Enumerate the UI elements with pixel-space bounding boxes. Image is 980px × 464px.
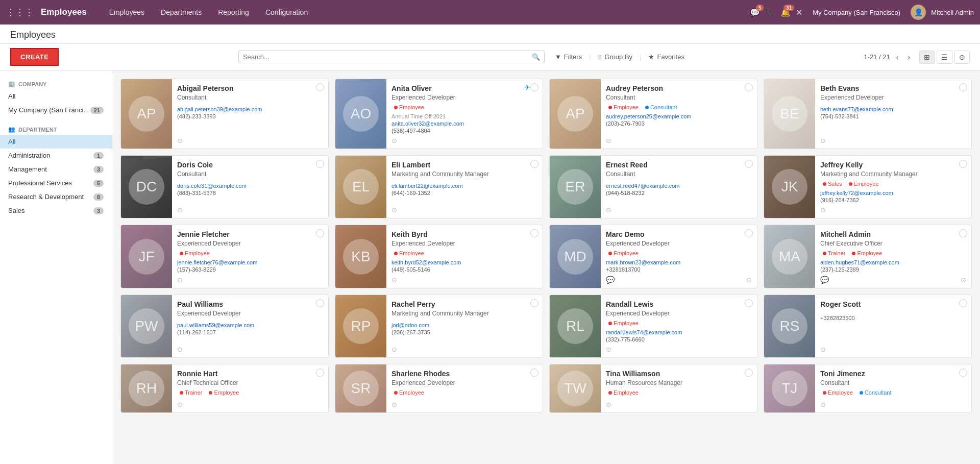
employee-card[interactable]: DC Doris Cole Consultant doris.cole31@ex… (120, 155, 329, 218)
create-button[interactable]: CREATE (10, 48, 59, 66)
prev-page-button[interactable]: ‹ (893, 52, 902, 62)
sidebar-dept-all[interactable]: All (0, 135, 112, 149)
employee-card[interactable]: TW Tina Williamson Human Resources Manag… (549, 364, 757, 413)
card-select-checkbox[interactable] (530, 83, 538, 91)
employee-tags: Trainer Employee (177, 389, 323, 396)
activity-circle[interactable]: ⊙ (746, 276, 752, 284)
employee-card[interactable]: MA Mitchell Admin Chief Executive Office… (764, 225, 972, 288)
activity-circle[interactable]: ⊙ (606, 137, 611, 144)
card-select-checkbox[interactable] (959, 229, 967, 237)
activity-icon[interactable]: 🔔31 (780, 8, 791, 17)
close-icon[interactable]: ✕ (796, 8, 802, 17)
sidebar-dept-sales[interactable]: Sales 3 (0, 204, 112, 217)
activity-circle[interactable]: ⊙ (606, 401, 611, 408)
employee-card[interactable]: EL Eli Lambert Marketing and Community M… (335, 155, 543, 218)
nav-configuration[interactable]: Configuration (257, 0, 316, 25)
employee-name: Jeffrey Kelly (820, 161, 966, 169)
sidebar-dept-management[interactable]: Management 3 (0, 162, 112, 176)
card-select-checkbox[interactable] (959, 83, 967, 91)
activity-circle[interactable]: ⊙ (391, 346, 397, 353)
card-select-checkbox[interactable] (530, 299, 538, 307)
employee-card[interactable]: KB Keith Byrd Experienced Developer Empl… (335, 225, 543, 288)
employee-card[interactable]: AP Audrey Peterson Consultant Employee C… (549, 79, 757, 149)
activity-circle[interactable]: ⊙ (177, 346, 183, 353)
filters-button[interactable]: ▼ Filters (555, 53, 582, 61)
employee-card[interactable]: RP Rachel Perry Marketing and Community … (335, 295, 543, 358)
sidebar-dept-administration[interactable]: Administration 1 (0, 149, 112, 162)
card-footer: ⊙ (177, 274, 323, 284)
card-select-checkbox[interactable] (316, 229, 324, 237)
card-select-checkbox[interactable] (745, 299, 753, 307)
employee-card[interactable]: JF Jennie Fletcher Experienced Developer… (120, 225, 329, 288)
card-select-checkbox[interactable] (530, 160, 538, 168)
activity-circle[interactable]: ⊙ (820, 346, 826, 353)
employee-card[interactable]: RH Ronnie Hart Chief Technical Officer T… (120, 364, 329, 413)
activity-view-button[interactable]: ⊙ (954, 51, 970, 64)
message-icon[interactable]: 💬 (820, 276, 829, 284)
activity-circle[interactable]: ⊙ (961, 276, 966, 284)
sidebar-company-mycompany[interactable]: My Company (San Franci... 21 (0, 103, 112, 117)
search-bar[interactable]: 🔍 (238, 51, 545, 63)
activity-circle[interactable]: ⊙ (391, 401, 397, 408)
employee-card[interactable]: TJ Toni Jimenez Consultant Employee Cons… (764, 364, 972, 413)
activity-circle[interactable]: ⊙ (177, 401, 183, 408)
activity-circle[interactable]: ⊙ (820, 137, 826, 144)
card-body: Mitchell Admin Chief Executive Officer T… (815, 225, 971, 288)
card-select-checkbox[interactable] (530, 369, 538, 377)
card-select-checkbox[interactable] (745, 229, 753, 237)
nav-employees[interactable]: Employees (101, 0, 153, 25)
activity-circle[interactable]: ⊙ (391, 206, 397, 214)
card-select-checkbox[interactable] (745, 83, 753, 91)
employee-card[interactable]: SR Sharlene Rhodes Experienced Developer… (335, 364, 543, 413)
nav-departments[interactable]: Departments (153, 0, 210, 25)
sidebar-dept-research[interactable]: Research & Development 8 (0, 190, 112, 204)
card-select-checkbox[interactable] (316, 369, 324, 377)
activity-circle[interactable]: ⊙ (177, 137, 183, 144)
chat-icon[interactable]: 💬5 (750, 8, 760, 17)
search-input[interactable] (243, 53, 532, 61)
activity-circle[interactable]: ⊙ (820, 401, 826, 408)
activity-circle[interactable]: ⊙ (177, 206, 183, 214)
employee-card[interactable]: RL Randall Lewis Experienced Developer E… (549, 295, 757, 358)
travel-icon: ✈ (524, 83, 530, 91)
tag-dot (394, 391, 398, 395)
groupby-button[interactable]: ≡ Group By (598, 53, 633, 61)
favorites-button[interactable]: ★ Favorites (648, 53, 684, 61)
card-select-checkbox[interactable] (959, 369, 967, 377)
sidebar-dept-professional-services[interactable]: Professional Services 5 (0, 176, 112, 190)
card-select-checkbox[interactable] (316, 299, 324, 307)
card-select-checkbox[interactable] (316, 83, 324, 91)
card-select-checkbox[interactable] (530, 229, 538, 237)
nav-reporting[interactable]: Reporting (210, 0, 257, 25)
activity-circle[interactable]: ⊙ (177, 276, 183, 284)
kanban-view-button[interactable]: ⊞ (919, 51, 935, 64)
employee-card[interactable]: AP Abigail Peterson Consultant abigail.p… (120, 79, 329, 149)
next-page-button[interactable]: › (904, 52, 913, 62)
search-icon[interactable]: 🔍 (532, 53, 540, 61)
list-view-button[interactable]: ☰ (937, 51, 952, 64)
user-avatar[interactable]: 👤 (911, 5, 926, 20)
message-icon[interactable]: 💬 (606, 276, 615, 284)
card-select-checkbox[interactable] (959, 299, 967, 307)
card-select-checkbox[interactable] (745, 160, 753, 168)
pagination: 1-21 / 21 ‹ › (864, 52, 913, 62)
employee-card[interactable]: ER Ernest Reed Consultant ernest.reed47@… (549, 155, 757, 218)
card-select-checkbox[interactable] (316, 160, 324, 168)
card-select-checkbox[interactable] (959, 160, 967, 168)
employee-card[interactable]: JK Jeffrey Kelly Marketing and Community… (764, 155, 972, 218)
activity-circle[interactable]: ⊙ (606, 206, 611, 214)
employee-card[interactable]: PW Paul Williams Experienced Developer p… (120, 295, 329, 358)
activity-circle[interactable]: ⊙ (820, 206, 826, 214)
employee-card[interactable]: MD Marc Demo Experienced Developer Emplo… (549, 225, 757, 288)
card-body: Sharlene Rhodes Experienced Developer Em… (386, 364, 543, 412)
employee-card[interactable]: BE Beth Evans Experienced Developer beth… (764, 79, 972, 149)
card-select-checkbox[interactable] (745, 369, 753, 377)
activity-circle[interactable]: ⊙ (391, 276, 397, 284)
sidebar-company-all[interactable]: All (0, 89, 112, 103)
employee-card[interactable]: RS Roger Scott +3282823500 ⊙ (764, 295, 972, 358)
activity-circle[interactable]: ⊙ (606, 346, 611, 353)
grid-menu-icon[interactable]: ⋮⋮⋮ (6, 7, 34, 18)
employee-card[interactable]: AO ✈ Anita Oliver Experienced Developer … (335, 79, 543, 149)
activity-circle[interactable]: ⊙ (391, 137, 397, 144)
phone-icon[interactable]: 📞 (765, 8, 775, 17)
